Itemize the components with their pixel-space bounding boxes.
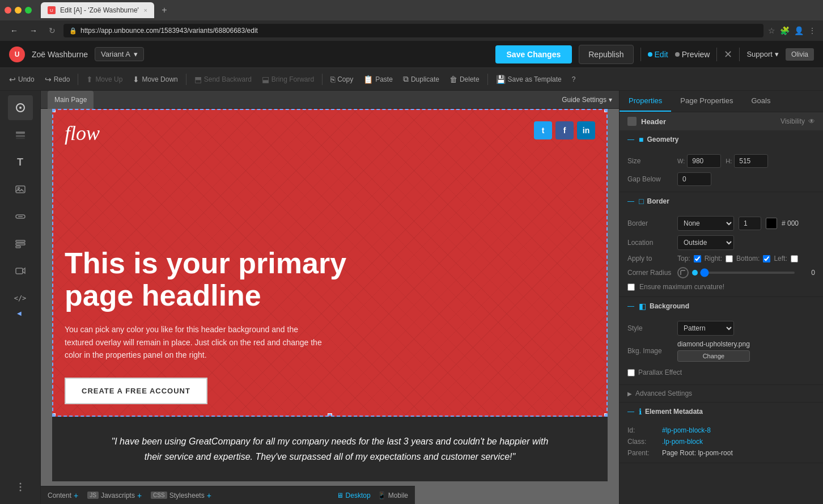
redo-button[interactable]: ↪ Redo: [40, 73, 75, 86]
maximize-dot[interactable]: [25, 7, 32, 14]
corner-radius-slider[interactable]: [700, 272, 795, 274]
id-value: #lp-pom-block-8: [662, 426, 711, 434]
variant-selector[interactable]: Variant A ▾: [95, 47, 144, 61]
image-tool[interactable]: [8, 177, 33, 202]
bg-style-select[interactable]: Pattern Solid Color Image: [677, 321, 734, 336]
logo-text[interactable]: flow: [65, 121, 595, 145]
preview-mode-button[interactable]: Preview: [675, 50, 710, 59]
element-type-label: Header: [641, 117, 666, 126]
move-up-button[interactable]: ⬆ Move Up: [82, 73, 127, 86]
republish-button[interactable]: Republish: [579, 45, 633, 64]
canvas-wrapper[interactable]: ◀ flow t f in This is your primary page …: [41, 109, 619, 504]
reload-button[interactable]: ↻: [45, 25, 59, 36]
change-image-button[interactable]: Change: [677, 350, 750, 362]
send-backward-button[interactable]: ⬒ Send Backward: [190, 73, 256, 86]
star-icon[interactable]: ☆: [768, 26, 775, 35]
header-close-button[interactable]: ✕: [724, 48, 732, 61]
minimize-dot[interactable]: [15, 7, 22, 14]
left-checkbox[interactable]: [791, 255, 798, 262]
top-checkbox[interactable]: [694, 255, 701, 262]
back-button[interactable]: ←: [7, 25, 22, 36]
canvas-area: Main Page Guide Settings ▾: [41, 91, 619, 504]
new-tab-button[interactable]: +: [156, 2, 172, 18]
corner-slider-thumb[interactable]: [692, 270, 698, 276]
parallax-checkbox[interactable]: [627, 369, 635, 376]
stylesheets-button[interactable]: CSS Stylesheets +: [151, 491, 211, 500]
curvature-checkbox[interactable]: [627, 283, 635, 291]
gap-input[interactable]: [677, 172, 711, 186]
more-tool[interactable]: [8, 475, 33, 499]
help-button[interactable]: ?: [567, 73, 580, 86]
desktop-label: Desktop: [346, 492, 371, 499]
section-tool[interactable]: [8, 122, 33, 147]
border-style-select[interactable]: None Solid Dashed Dotted: [677, 216, 734, 231]
tab-properties[interactable]: Properties: [620, 91, 671, 112]
geometry-header[interactable]: — ■ Geometry: [620, 130, 823, 149]
bottom-bar: Content + JS Javascripts + CSS Styleshee…: [41, 486, 415, 504]
cta-button[interactable]: CREATE A FREE ACCOUNT: [65, 378, 207, 404]
javascripts-button[interactable]: JS Javascripts +: [87, 491, 142, 500]
tab-page-properties[interactable]: Page Properties: [671, 91, 742, 112]
right-checkbox[interactable]: [726, 255, 733, 262]
linkedin-icon[interactable]: in: [577, 121, 595, 139]
copy-button[interactable]: ⎘ Copy: [326, 73, 358, 86]
form-tool[interactable]: [8, 231, 33, 256]
mobile-toggle[interactable]: 📱 Mobile: [377, 492, 408, 499]
code-tool[interactable]: </>: [8, 286, 33, 311]
twitter-icon[interactable]: t: [534, 121, 552, 139]
edit-mode-button[interactable]: Edit: [648, 50, 668, 59]
account-icon[interactable]: 👤: [794, 26, 804, 35]
paste-button[interactable]: 📋 Paste: [359, 73, 397, 86]
move-down-button[interactable]: ⬇ Move Down: [128, 73, 182, 86]
metadata-header[interactable]: — ℹ Element Metadata: [620, 403, 823, 421]
corner-radius-icon[interactable]: [677, 267, 689, 278]
guide-settings-button[interactable]: Guide Settings ▾: [562, 96, 612, 104]
delete-button[interactable]: 🗑 Delete: [445, 73, 484, 86]
border-thickness-input[interactable]: [739, 217, 761, 230]
facebook-icon[interactable]: f: [555, 121, 574, 139]
undo-button[interactable]: ↩ Undo: [5, 73, 39, 86]
move-up-icon: ⬆: [86, 75, 93, 84]
url-box[interactable]: 🔒 https://app.unbounce.com/1583943/varia…: [63, 24, 763, 37]
forward-button[interactable]: →: [26, 25, 41, 36]
content-label: Content: [48, 492, 71, 499]
javascripts-label: Javascripts: [101, 492, 135, 499]
tab-goals[interactable]: Goals: [742, 91, 779, 112]
visibility-control[interactable]: Visibility 👁: [780, 117, 815, 125]
stylesheets-label: Stylesheets: [169, 492, 205, 499]
select-tool[interactable]: [8, 95, 33, 120]
svg-rect-2: [16, 132, 25, 134]
bring-forward-button[interactable]: ⬓ Bring Forward: [257, 73, 319, 86]
border-header[interactable]: — □ Border: [620, 192, 823, 210]
main-page-tab[interactable]: Main Page: [48, 91, 94, 109]
width-input[interactable]: [687, 154, 721, 168]
collapse-sidebar-icon[interactable]: ◀: [17, 310, 22, 316]
bottom-checkbox[interactable]: [763, 255, 770, 262]
text-tool[interactable]: T: [8, 150, 33, 175]
browser-tab-bar: U Edit [A] - 'Zoë Washburne' × +: [0, 0, 823, 20]
close-dot[interactable]: [5, 7, 11, 14]
header-section[interactable]: ◀ flow t f in This is your primary page …: [52, 109, 608, 417]
tab-close-icon[interactable]: ×: [144, 7, 147, 14]
metadata-title: Element Metadata: [645, 408, 703, 416]
body-text[interactable]: You can pick any color you like for this…: [65, 323, 325, 361]
duplicate-button[interactable]: ⧉ Duplicate: [398, 72, 444, 86]
location-select[interactable]: Outside Inside Center: [677, 235, 734, 250]
save-template-button[interactable]: 💾 Save as Template: [491, 73, 566, 86]
user-avatar[interactable]: Olivia: [786, 48, 814, 61]
extensions-icon[interactable]: 🧩: [780, 26, 790, 35]
browser-tab[interactable]: U Edit [A] - 'Zoë Washburne' ×: [41, 2, 154, 18]
save-changes-button[interactable]: Save Changes: [495, 45, 572, 63]
button-tool[interactable]: [8, 204, 33, 229]
background-header[interactable]: — ◧ Background: [620, 297, 823, 315]
video-tool[interactable]: [8, 259, 33, 283]
page-headline[interactable]: This is your primary page headline: [65, 247, 348, 312]
corner-radius-row: Corner Radius 0: [627, 267, 815, 278]
height-input[interactable]: [734, 154, 768, 168]
desktop-toggle[interactable]: 🖥 Desktop: [337, 492, 371, 499]
menu-icon[interactable]: ⋮: [808, 26, 816, 35]
advanced-header[interactable]: ▶ Advanced Settings: [620, 385, 823, 402]
content-button[interactable]: Content +: [48, 491, 78, 500]
border-color-swatch[interactable]: [766, 218, 777, 229]
support-button[interactable]: Support ▾: [746, 50, 779, 58]
